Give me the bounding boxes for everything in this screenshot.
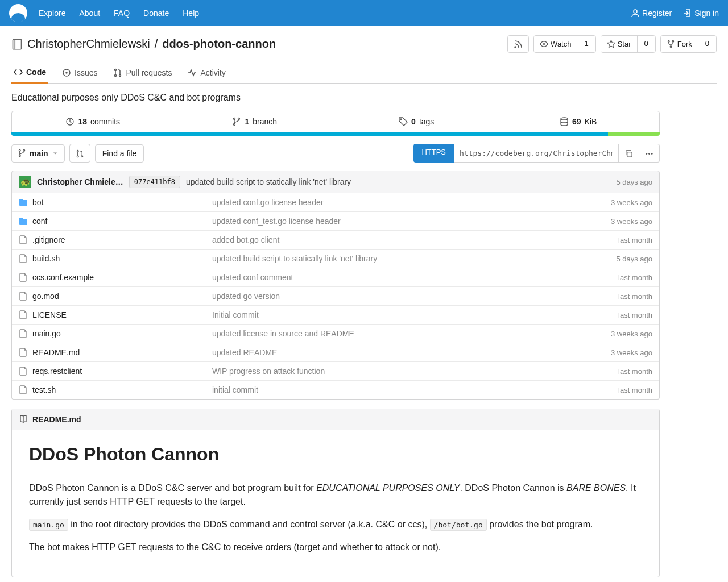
site-logo[interactable] <box>9 4 27 22</box>
file-icon <box>19 329 28 338</box>
file-row: go.modupdated go versionlast month <box>12 286 659 305</box>
owner-link[interactable]: ChristopherChmielewski <box>27 38 150 51</box>
file-time: 5 days ago <box>616 255 652 263</box>
svg-point-8 <box>66 72 67 73</box>
database-icon <box>560 117 569 126</box>
tab-code[interactable]: Code <box>11 62 48 84</box>
file-name-link[interactable]: README.md <box>32 348 80 357</box>
branches-label: branch <box>253 117 277 126</box>
more-clone-button[interactable] <box>639 144 660 163</box>
copy-url-button[interactable] <box>619 144 639 163</box>
file-commit-msg[interactable]: added bot.go client <box>212 235 618 244</box>
svg-point-15 <box>234 124 235 126</box>
branch-selector[interactable]: main <box>11 144 65 163</box>
nav-help[interactable]: Help <box>183 9 199 18</box>
fork-count[interactable]: 0 <box>698 36 716 52</box>
signin-link[interactable]: Sign in <box>683 9 719 18</box>
tab-code-label: Code <box>26 68 46 77</box>
file-commit-msg[interactable]: updated build script to statically link … <box>212 254 616 263</box>
file-name-link[interactable]: conf <box>32 217 47 226</box>
file-time: last month <box>618 236 652 244</box>
star-count[interactable]: 0 <box>637 36 655 52</box>
file-icon <box>19 292 28 301</box>
code-icon <box>14 68 23 77</box>
nav-explore[interactable]: Explore <box>39 9 65 18</box>
file-row: LICENSEInitial commitlast month <box>12 305 659 324</box>
file-commit-msg[interactable]: updated README <box>212 348 611 357</box>
navbar: Explore About FAQ Donate Help Register S… <box>0 0 728 26</box>
svg-point-25 <box>646 153 647 155</box>
svg-point-27 <box>651 153 653 155</box>
commit-sha[interactable]: 077e411bf8 <box>129 176 180 188</box>
svg-point-23 <box>81 156 83 157</box>
file-icon <box>19 367 28 376</box>
register-link[interactable]: Register <box>631 9 672 18</box>
readme-p1: DDoS Photon Cannon is a DDoS C&C server … <box>29 481 642 509</box>
file-commit-msg[interactable]: updated conf.go license header <box>212 198 611 207</box>
file-name-link[interactable]: test.sh <box>32 385 56 394</box>
signin-icon <box>683 9 692 18</box>
readme-p3: The bot makes HTTP GET requests to the C… <box>29 541 642 554</box>
svg-point-6 <box>670 46 672 48</box>
file-commit-msg[interactable]: updated conf_test.go license header <box>212 217 611 226</box>
file-name-link[interactable]: LICENSE <box>32 310 67 319</box>
repo-name-link[interactable]: ddos-photon-cannon <box>162 38 276 51</box>
compare-icon <box>76 149 84 158</box>
history-icon <box>65 117 75 126</box>
copy-icon <box>624 149 633 158</box>
folder-icon <box>19 217 28 226</box>
clone-url-input[interactable] <box>454 144 619 163</box>
find-file-button[interactable]: Find a file <box>95 144 144 163</box>
nav-about[interactable]: About <box>79 9 100 18</box>
size-label: KiB <box>585 117 597 126</box>
commit-message[interactable]: updated build script to statically link … <box>186 177 610 186</box>
tab-pulls[interactable]: Pull requests <box>111 62 174 83</box>
file-name-link[interactable]: ccs.conf.example <box>32 273 94 282</box>
tab-issues[interactable]: Issues <box>60 62 100 83</box>
author-name[interactable]: Christopher Chmiele… <box>37 177 123 186</box>
author-avatar[interactable]: 🐢 <box>19 176 31 188</box>
svg-point-17 <box>561 118 568 120</box>
commits-label: commits <box>90 117 120 126</box>
watch-button[interactable]: Watch <box>534 36 577 52</box>
svg-point-9 <box>115 69 117 70</box>
nav-donate[interactable]: Donate <box>143 9 169 18</box>
star-label: Star <box>618 40 631 48</box>
watch-count[interactable]: 1 <box>577 36 595 52</box>
file-commit-msg[interactable]: updated conf comment <box>212 273 618 282</box>
file-commit-msg[interactable]: WIP progress on attack function <box>212 367 618 376</box>
file-icon <box>19 385 28 394</box>
file-name-link[interactable]: .gitignore <box>32 235 65 244</box>
file-name-link[interactable]: build.sh <box>32 254 60 263</box>
file-name-link[interactable]: bot <box>32 198 43 207</box>
file-name-link[interactable]: go.mod <box>32 292 59 301</box>
file-commit-msg[interactable]: updated license in source and README <box>212 329 611 338</box>
svg-rect-24 <box>627 152 632 157</box>
fork-button[interactable]: Fork <box>661 36 698 52</box>
file-commit-msg[interactable]: updated go version <box>212 292 618 301</box>
rss-button[interactable] <box>507 35 529 53</box>
svg-point-0 <box>634 10 637 13</box>
file-commit-msg[interactable]: initial commit <box>212 385 618 394</box>
tab-issues-label: Issues <box>75 68 97 77</box>
file-commit-msg[interactable]: Initial commit <box>212 310 618 319</box>
repo-tabs: Code Issues Pull requests Activity <box>11 62 717 84</box>
tab-activity[interactable]: Activity <box>185 62 228 83</box>
compare-button[interactable] <box>69 144 90 163</box>
file-name-link[interactable]: reqs.restclient <box>32 367 82 376</box>
fork-icon <box>667 40 675 48</box>
clone-protocol-https[interactable]: HTTPS <box>413 144 454 163</box>
repo-description: Educational purposes only DDoS C&C and b… <box>11 93 660 103</box>
commit-time: 5 days ago <box>616 178 652 186</box>
stat-commits[interactable]: 18 commits <box>12 111 174 132</box>
nav-faq[interactable]: FAQ <box>114 9 130 18</box>
stat-tags[interactable]: 0 tags <box>336 111 498 132</box>
star-button[interactable]: Star <box>601 36 637 52</box>
stat-branches[interactable]: 1 branch <box>174 111 336 132</box>
file-name-link[interactable]: main.go <box>32 329 61 338</box>
file-row: README.mdupdated README3 weeks ago <box>12 343 659 361</box>
file-icon <box>19 254 28 263</box>
tag-icon <box>399 117 408 126</box>
tags-count: 0 <box>411 117 416 126</box>
branch-icon <box>18 149 26 157</box>
